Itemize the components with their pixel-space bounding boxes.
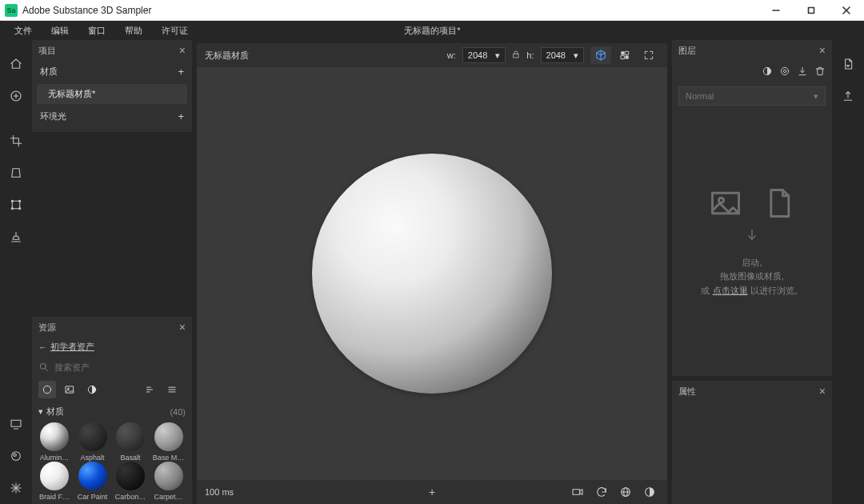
height-value: 2048 xyxy=(546,50,566,60)
properties-panel-header: 属性 × xyxy=(672,381,832,402)
svg-rect-37 xyxy=(621,56,624,59)
lock-icon[interactable] xyxy=(511,50,521,61)
refresh-icon[interactable] xyxy=(592,483,611,501)
perspective-icon[interactable] xyxy=(5,162,27,184)
svg-rect-34 xyxy=(621,51,624,54)
close-icon[interactable]: × xyxy=(819,385,826,398)
asset-thumb[interactable]: Car Paint xyxy=(75,462,110,501)
add-material-icon[interactable]: + xyxy=(178,66,184,78)
app-title: Adobe Substance 3D Sampler xyxy=(22,5,758,16)
browse-link[interactable]: 点击这里 xyxy=(713,286,748,295)
blend-mode-select[interactable]: Normal ▾ xyxy=(678,86,826,106)
svg-point-23 xyxy=(43,386,50,393)
asset-thumb[interactable]: Basalt xyxy=(113,422,148,462)
chevron-down-icon: ▾ xyxy=(38,406,43,417)
material-item-untitled[interactable]: 无标题材质* xyxy=(37,84,187,104)
search-icon xyxy=(38,362,50,373)
left-tool-rail xyxy=(0,40,32,504)
asset-thumb[interactable]: Base M… xyxy=(151,422,186,462)
fullscreen-icon[interactable] xyxy=(638,46,659,64)
filter-sphere-icon[interactable] xyxy=(38,381,56,398)
asset-label: Base M… xyxy=(151,454,186,462)
filter-contrast-icon[interactable] xyxy=(83,381,101,398)
assets-back-row[interactable]: ← 初学者资产 xyxy=(32,338,192,356)
svg-rect-24 xyxy=(66,386,73,393)
asset-label: Asphalt xyxy=(75,454,110,462)
home-icon[interactable] xyxy=(5,53,27,75)
crop-icon[interactable] xyxy=(5,130,27,152)
asset-thumb[interactable]: Carbon… xyxy=(113,462,148,501)
asset-label: Braid F… xyxy=(37,493,72,501)
image-icon xyxy=(705,186,746,221)
assets-search xyxy=(32,356,192,378)
share-export-icon[interactable] xyxy=(837,85,859,107)
close-icon[interactable]: × xyxy=(819,44,826,57)
layers-panel: 图层 × Normal ▾ xyxy=(672,40,832,376)
asset-thumb[interactable]: Braid F… xyxy=(37,462,72,501)
cloud-icon[interactable] xyxy=(5,445,27,467)
chevron-down-icon: ▾ xyxy=(814,91,818,102)
trash-icon[interactable] xyxy=(814,66,826,80)
export-icon[interactable] xyxy=(797,66,808,80)
sort-icon[interactable] xyxy=(141,381,158,398)
add-plus-icon[interactable]: + xyxy=(429,486,435,498)
stamp-icon[interactable] xyxy=(5,226,27,248)
svg-point-45 xyxy=(783,70,786,73)
view-2d-icon[interactable] xyxy=(614,46,635,64)
assets-back-link[interactable]: 初学者资产 xyxy=(50,341,94,353)
right-tool-rail xyxy=(832,40,864,504)
layers-drop-zone[interactable]: 启动, 拖放图像或材质, 或 点击这里 以进行浏览。 xyxy=(672,107,832,376)
list-view-icon[interactable] xyxy=(163,381,181,398)
project-panel-title: 项目 xyxy=(38,45,56,57)
viewport-header: 无标题材质 w: 2048▾ h: 2048▾ xyxy=(197,43,667,67)
project-panel-header: 项目 × xyxy=(32,40,192,61)
menu-help[interactable]: 帮助 xyxy=(115,23,152,38)
materials-section[interactable]: 材质 + xyxy=(32,61,192,82)
close-button[interactable] xyxy=(829,0,864,21)
drop-hint-icons xyxy=(705,186,799,221)
asset-label: Carpet… xyxy=(151,493,186,501)
snowflake-icon[interactable] xyxy=(5,477,27,499)
asset-thumb[interactable]: Carpet… xyxy=(151,462,186,501)
send-to-icon[interactable] xyxy=(837,53,859,75)
contrast-icon[interactable] xyxy=(762,66,773,80)
menu-window[interactable]: 窗口 xyxy=(78,23,115,38)
assets-panel-title: 资源 xyxy=(38,322,56,334)
viewport-3d[interactable] xyxy=(197,67,667,480)
menu-edit[interactable]: 编辑 xyxy=(42,23,78,38)
menu-file[interactable]: 文件 xyxy=(5,23,42,38)
arrow-left-icon: ← xyxy=(38,342,47,352)
assets-category-header[interactable]: ▾ 材质 (40) xyxy=(32,401,192,419)
maximize-button[interactable] xyxy=(794,0,829,21)
project-panel: 项目 × 材质 + 无标题材质* 环境光 + xyxy=(32,40,192,132)
app-frame: 文件 编辑 窗口 帮助 许可证 无标题的项目* 项目 × xyxy=(0,21,864,504)
filter-image-icon[interactable] xyxy=(61,381,78,398)
assets-category-label: 材质 xyxy=(46,406,64,418)
assets-search-input[interactable] xyxy=(54,362,186,372)
close-icon[interactable]: × xyxy=(179,44,186,57)
svg-rect-38 xyxy=(573,490,580,495)
view-3d-icon[interactable] xyxy=(590,46,611,64)
bounding-box-icon[interactable] xyxy=(5,194,27,216)
globe-icon[interactable] xyxy=(616,483,635,501)
monitor-icon[interactable] xyxy=(5,413,27,435)
left-panels: 项目 × 材质 + 无标题材质* 环境光 + 资源 × xyxy=(32,40,192,504)
asset-thumb[interactable]: Alumin… xyxy=(37,422,72,462)
assets-filter-row xyxy=(32,378,192,401)
minimize-button[interactable] xyxy=(758,0,794,21)
exposure-icon[interactable] xyxy=(640,483,659,501)
camera-icon[interactable] xyxy=(568,483,587,501)
add-envlight-icon[interactable]: + xyxy=(178,110,184,122)
svg-rect-35 xyxy=(626,56,629,59)
asset-thumb[interactable]: Asphalt xyxy=(75,422,110,462)
height-select[interactable]: 2048▾ xyxy=(541,47,584,63)
add-circle-icon[interactable] xyxy=(5,85,27,107)
status-time: 100 ms xyxy=(205,487,234,497)
width-select[interactable]: 2048▾ xyxy=(462,47,506,63)
menu-license[interactable]: 许可证 xyxy=(152,23,198,38)
chevron-down-icon: ▾ xyxy=(574,50,578,61)
close-icon[interactable]: × xyxy=(179,321,186,334)
properties-panel: 属性 × xyxy=(672,381,832,504)
adjustment-icon[interactable] xyxy=(779,66,790,80)
envlight-section[interactable]: 环境光 + xyxy=(32,106,192,127)
